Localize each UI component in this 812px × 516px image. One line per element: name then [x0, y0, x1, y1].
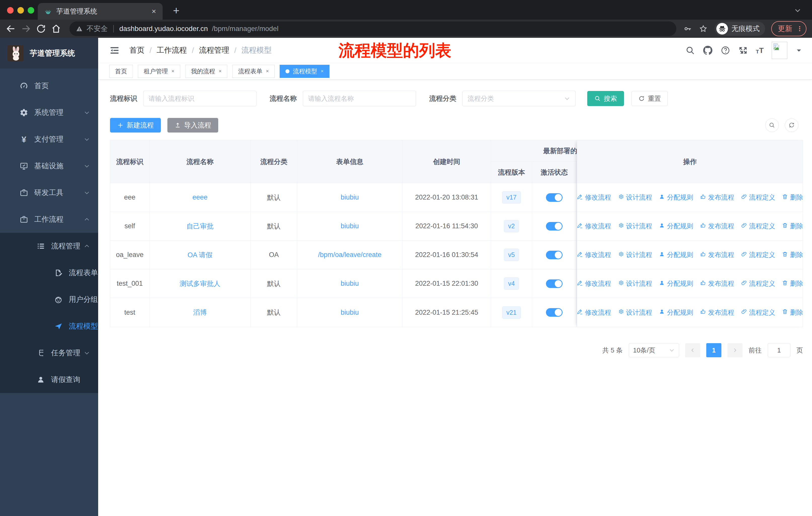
action-publish-link[interactable]: 发布流程: [700, 193, 734, 202]
action-assign-user-link[interactable]: 分配规则: [659, 279, 693, 288]
cell-form-info[interactable]: biubiu: [297, 183, 403, 212]
refresh-icon[interactable]: [785, 118, 799, 132]
action-delete-link[interactable]: 删除: [782, 279, 803, 288]
browser-tab[interactable]: 芋道管理系统 ×: [38, 3, 163, 20]
action-design-gear-link[interactable]: 设计流程: [618, 193, 652, 202]
form-info-link[interactable]: biubiu: [341, 309, 359, 317]
toggle-search-icon[interactable]: [765, 118, 779, 132]
action-edit-link[interactable]: 修改流程: [577, 193, 611, 202]
action-definition-link-link[interactable]: 流程定义: [741, 193, 775, 202]
cell-process-name[interactable]: 滔博: [149, 298, 251, 327]
process-name-link[interactable]: eeee: [192, 193, 207, 201]
sidebar-item-system[interactable]: 系统管理: [0, 99, 98, 126]
active-status-toggle[interactable]: [546, 279, 562, 288]
action-design-gear-link[interactable]: 设计流程: [618, 250, 652, 259]
form-info-link[interactable]: biubiu: [341, 193, 359, 201]
key-icon[interactable]: [684, 24, 692, 33]
sidebar-item-process-mgmt[interactable]: 流程管理: [0, 233, 98, 260]
tag-流程模型[interactable]: 流程模型×: [280, 65, 329, 78]
action-publish-link[interactable]: 发布流程: [700, 250, 734, 259]
forward-icon[interactable]: [21, 23, 31, 34]
font-size-icon[interactable]: TT: [756, 47, 764, 54]
cell-form-info[interactable]: biubiu: [297, 269, 403, 298]
tag-我的流程[interactable]: 我的流程×: [185, 65, 228, 78]
sidebar-item-process-form[interactable]: 流程表单: [0, 260, 98, 286]
fullscreen-icon[interactable]: [738, 46, 748, 55]
process-category-select[interactable]: 流程分类: [462, 91, 576, 106]
reset-button[interactable]: 重置: [632, 91, 668, 106]
active-status-toggle[interactable]: [546, 222, 562, 230]
action-design-gear-link[interactable]: 设计流程: [618, 222, 652, 230]
action-delete-link[interactable]: 删除: [782, 193, 803, 202]
process-name-link[interactable]: 自己审批: [186, 222, 214, 231]
bookmark-star-icon[interactable]: [699, 24, 707, 33]
breadcrumb-item[interactable]: 流程管理: [199, 45, 229, 55]
action-delete-link[interactable]: 删除: [782, 222, 803, 230]
form-info-link[interactable]: /bpm/oa/leave/create: [318, 251, 381, 259]
action-delete-link[interactable]: 删除: [782, 250, 803, 259]
cell-process-name[interactable]: OA 请假: [149, 241, 251, 269]
tab-search-chevron-icon[interactable]: [794, 6, 802, 14]
minimize-window-button[interactable]: [18, 7, 24, 13]
action-assign-user-link[interactable]: 分配规则: [659, 222, 693, 230]
prev-page-button[interactable]: [685, 343, 700, 357]
active-status-toggle[interactable]: [546, 308, 562, 317]
action-design-gear-link[interactable]: 设计流程: [618, 308, 652, 317]
page-size-select[interactable]: 10条/页: [629, 343, 679, 357]
breadcrumb-item[interactable]: 首页: [129, 45, 144, 55]
current-page-button[interactable]: 1: [706, 343, 721, 357]
tab-close-icon[interactable]: ×: [151, 7, 156, 16]
sidebar-item-leave-query[interactable]: 请假查询: [0, 366, 98, 393]
action-publish-link[interactable]: 发布流程: [700, 308, 734, 317]
action-edit-link[interactable]: 修改流程: [577, 279, 611, 288]
tag-close-icon[interactable]: ×: [321, 68, 324, 74]
new-tab-button[interactable]: +: [169, 3, 183, 18]
reload-icon[interactable]: [36, 23, 46, 34]
action-edit-link[interactable]: 修改流程: [577, 308, 611, 317]
next-page-button[interactable]: [727, 343, 743, 357]
process-name-input[interactable]: [303, 91, 416, 106]
process-name-link[interactable]: 滔博: [193, 308, 207, 317]
update-button[interactable]: 更新: [771, 21, 807, 36]
sidebar-item-process-model[interactable]: 流程模型: [0, 313, 98, 340]
cell-form-info[interactable]: biubiu: [297, 212, 403, 240]
cell-active-status[interactable]: [532, 183, 577, 212]
back-icon[interactable]: [5, 23, 16, 34]
help-icon[interactable]: [721, 46, 730, 55]
action-assign-user-link[interactable]: 分配规则: [659, 250, 693, 259]
action-design-gear-link[interactable]: 设计流程: [618, 279, 652, 288]
window-controls[interactable]: [7, 7, 34, 13]
sidebar-item-task-mgmt[interactable]: 任务管理: [0, 340, 98, 366]
action-assign-user-link[interactable]: 分配规则: [659, 193, 693, 202]
sidebar-item-devtools[interactable]: 研发工具: [0, 180, 98, 206]
sidebar-item-payment[interactable]: ¥支付管理: [0, 126, 98, 153]
tag-流程表单[interactable]: 流程表单×: [232, 65, 274, 78]
action-edit-link[interactable]: 修改流程: [577, 250, 611, 259]
process-name-link[interactable]: OA 请假: [187, 250, 212, 260]
goto-page-input[interactable]: [768, 343, 790, 357]
tag-close-icon[interactable]: ×: [219, 68, 222, 74]
action-definition-link-link[interactable]: 流程定义: [741, 250, 775, 259]
avatar[interactable]: [772, 42, 787, 59]
active-status-toggle[interactable]: [546, 251, 562, 259]
action-assign-user-link[interactable]: 分配规则: [659, 308, 693, 317]
insecure-warning-icon[interactable]: [76, 25, 83, 32]
address-bar[interactable]: 不安全 dashboard.yudao.iocoder.cn/bpm/manag…: [69, 21, 676, 36]
zoom-window-button[interactable]: [28, 7, 34, 13]
form-info-link[interactable]: biubiu: [341, 222, 359, 230]
tag-租户管理[interactable]: 租户管理×: [138, 65, 180, 78]
cell-active-status[interactable]: [532, 269, 577, 298]
active-status-toggle[interactable]: [546, 193, 562, 202]
form-info-link[interactable]: biubiu: [341, 280, 359, 288]
process-key-input[interactable]: [143, 91, 257, 106]
import-process-button[interactable]: 导入流程: [167, 118, 218, 133]
tag-close-icon[interactable]: ×: [171, 68, 174, 74]
cell-form-info[interactable]: biubiu: [297, 298, 403, 327]
cell-active-status[interactable]: [532, 241, 577, 269]
sidebar-item-workflow[interactable]: 工作流程: [0, 206, 98, 233]
action-edit-link[interactable]: 修改流程: [577, 222, 611, 230]
sidebar-collapse-icon[interactable]: [109, 45, 120, 56]
create-process-button[interactable]: 新建流程: [110, 118, 161, 133]
search-icon[interactable]: [686, 46, 695, 55]
github-icon[interactable]: [703, 46, 713, 55]
